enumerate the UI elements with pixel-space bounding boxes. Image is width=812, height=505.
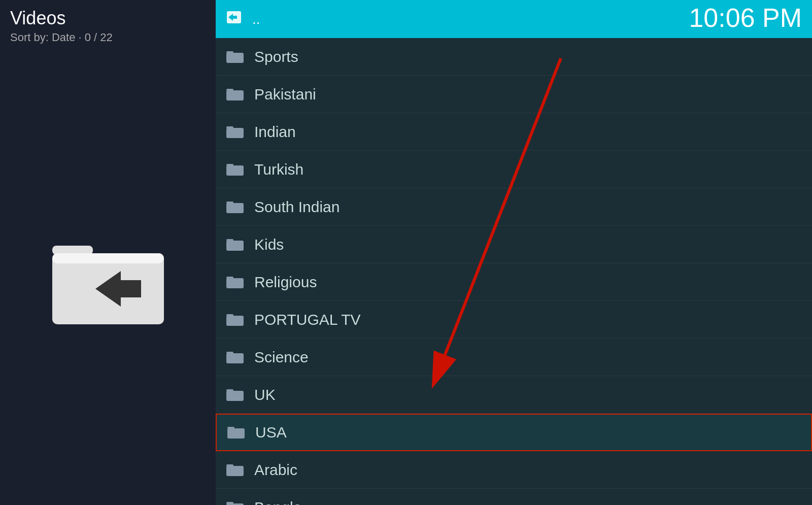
svg-rect-7 <box>226 53 244 63</box>
item-label-science: Science <box>254 349 309 366</box>
list-item-pakistani[interactable]: Pakistani <box>216 76 812 113</box>
item-label-pakistani: Pakistani <box>254 86 316 103</box>
item-label-arabic: Arabic <box>254 461 297 479</box>
svg-rect-25 <box>226 391 244 401</box>
svg-rect-27 <box>227 428 245 439</box>
right-panel: .. Sports Pakistani Indian Turkish South… <box>216 0 812 505</box>
svg-rect-21 <box>226 316 244 326</box>
back-arrow-icon <box>226 9 242 29</box>
folder-icon-religious <box>226 274 244 291</box>
folder-icon-bangla <box>226 499 244 506</box>
list-item-arabic[interactable]: Arabic <box>216 451 812 489</box>
item-label-kids: Kids <box>254 236 284 253</box>
svg-rect-13 <box>226 165 244 176</box>
svg-rect-15 <box>226 203 244 213</box>
list-item-sports[interactable]: Sports <box>216 38 812 76</box>
folder-icon-science <box>226 349 244 366</box>
big-folder-back-icon <box>47 225 169 327</box>
item-label-portugal-tv: PORTUGAL TV <box>254 311 361 328</box>
svg-rect-23 <box>226 353 244 363</box>
svg-rect-19 <box>226 278 244 288</box>
list-item-bangla[interactable]: Bangla <box>216 489 812 505</box>
back-label: .. <box>252 11 260 27</box>
folder-icon-indian <box>226 123 244 141</box>
list-item-portugal-tv[interactable]: PORTUGAL TV <box>216 301 812 339</box>
items-list: Sports Pakistani Indian Turkish South In… <box>216 38 812 505</box>
item-label-usa: USA <box>255 424 287 441</box>
time-display: 10:06 PM <box>689 3 802 33</box>
list-item-science[interactable]: Science <box>216 339 812 376</box>
list-item-south-indian[interactable]: South Indian <box>216 188 812 226</box>
folder-icon-south-indian <box>226 198 244 216</box>
page-title: Videos <box>10 8 206 29</box>
folder-icon-kids <box>226 236 244 253</box>
list-item-indian[interactable]: Indian <box>216 113 812 151</box>
list-item-religious[interactable]: Religious <box>216 263 812 301</box>
left-panel: Videos Sort by: Date · 0 / 22 <box>0 0 216 505</box>
folder-icon-usa <box>227 424 245 441</box>
list-item-uk[interactable]: UK <box>216 376 812 414</box>
svg-rect-31 <box>226 503 244 506</box>
list-item-kids[interactable]: Kids <box>216 226 812 263</box>
svg-rect-17 <box>226 241 244 251</box>
item-label-turkish: Turkish <box>254 161 303 178</box>
sort-info: Sort by: Date · 0 / 22 <box>10 31 206 44</box>
folder-icon-pakistani <box>226 86 244 103</box>
folder-icon-uk <box>226 386 244 403</box>
list-item-turkish[interactable]: Turkish <box>216 151 812 188</box>
item-label-sports: Sports <box>254 48 298 65</box>
svg-rect-9 <box>226 90 244 100</box>
item-label-religious: Religious <box>254 274 317 291</box>
folder-icon-portugal-tv <box>226 311 244 328</box>
item-label-bangla: Bangla <box>254 499 301 506</box>
folder-icon-sports <box>226 48 244 65</box>
list-item-usa[interactable]: USA <box>216 414 812 451</box>
svg-rect-11 <box>226 128 244 138</box>
item-label-uk: UK <box>254 386 276 403</box>
item-label-south-indian: South Indian <box>254 198 340 216</box>
folder-icon-container <box>0 47 216 505</box>
folder-icon-turkish <box>226 161 244 178</box>
item-label-indian: Indian <box>254 123 296 141</box>
folder-icon-arabic <box>226 461 244 479</box>
svg-rect-2 <box>52 253 164 263</box>
svg-rect-29 <box>226 466 244 476</box>
